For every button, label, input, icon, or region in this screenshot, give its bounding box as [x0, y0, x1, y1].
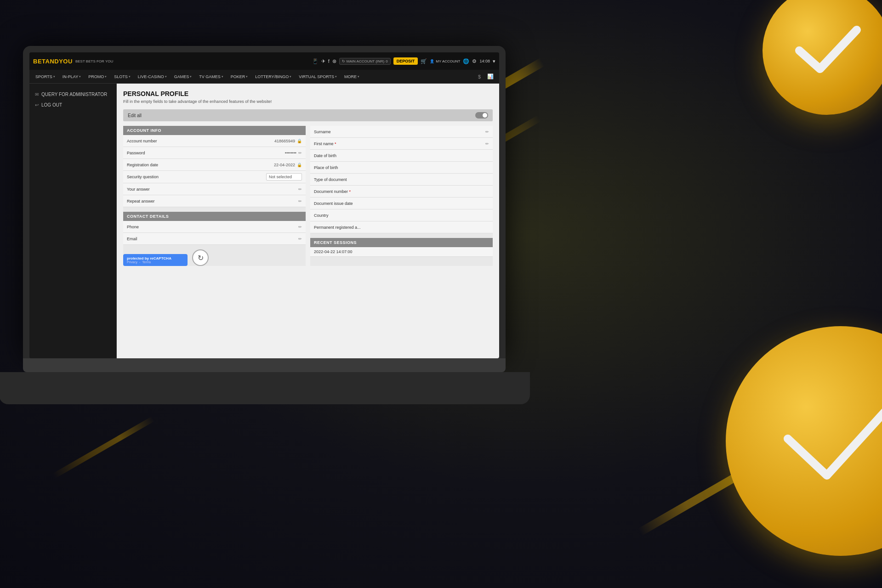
- doc-number-label: Document number *: [314, 189, 351, 194]
- nav-promo-label: PROMO: [88, 74, 104, 79]
- phone-label: Phone: [127, 225, 139, 229]
- sidebar: ✉ QUERY FOR ADMINISTRATOR ↩ LOG OUT: [29, 84, 117, 358]
- tv-games-chevron: ▾: [222, 75, 223, 79]
- security-question-select[interactable]: Not selected: [266, 173, 302, 181]
- first-name-field: First name * ✏: [310, 138, 493, 150]
- nav-inplay[interactable]: IN-PLAY ▾: [59, 73, 84, 81]
- session-row: 2022-04-22 14:07:00: [310, 247, 493, 257]
- nav-live-casino[interactable]: LIVE-CASINO ▾: [135, 73, 170, 81]
- surname-edit-icon[interactable]: ✏: [485, 130, 489, 134]
- permanent-address-label: Permanent registered a...: [314, 225, 361, 230]
- reg-date-text: 22-04-2022: [274, 163, 295, 167]
- password-edit-icon[interactable]: ✏: [298, 151, 302, 155]
- main-content: PERSONAL PROFILE Fill in the empty field…: [117, 84, 499, 358]
- settings-icon: ⚙: [472, 58, 477, 64]
- contact-details-header: CONTACT DETAILS: [123, 212, 306, 221]
- deposit-button[interactable]: DEPOSIT: [393, 57, 418, 65]
- sidebar-logout-label: LOG OUT: [41, 102, 62, 107]
- your-answer-value: ✏: [298, 187, 302, 192]
- laptop-screen-border: BETANDYOU BEST BETS FOR YOU 📱 ✈ f ⊛ ↻ MA…: [23, 46, 506, 358]
- session-datetime: 2022-04-22 14:07:00: [314, 249, 353, 254]
- reg-date-value: 22-04-2022 🔒: [274, 163, 302, 167]
- nav-slots[interactable]: SLOTS ▾: [111, 73, 134, 81]
- sidebar-item-logout[interactable]: ↩ LOG OUT: [29, 100, 116, 110]
- chevron-down-icon: ▾: [493, 58, 495, 64]
- nav-promo[interactable]: PROMO ▾: [85, 73, 110, 81]
- sidebar-item-query[interactable]: ✉ QUERY FOR ADMINISTRATOR: [29, 89, 116, 100]
- checkmark-badge-bottom: [726, 326, 882, 565]
- logo-area: BETANDYOU BEST BETS FOR YOU: [33, 58, 113, 65]
- time-display: 14:08: [479, 59, 490, 63]
- nav-lottery-label: LOTTERY/BINGO: [255, 74, 289, 79]
- refresh-icon: ↻: [342, 59, 345, 63]
- nav-games[interactable]: GAMES ▾: [171, 73, 195, 81]
- email-field: Email ✏: [123, 233, 306, 245]
- virtual-chevron: ▾: [335, 75, 337, 79]
- nav-lottery[interactable]: LOTTERY/BINGO ▾: [252, 73, 295, 81]
- account-number-value: 418665949 🔒: [274, 139, 302, 143]
- email-label: Email: [127, 237, 137, 241]
- account-number-label: Account number: [127, 139, 157, 143]
- logout-icon: ↩: [35, 102, 39, 107]
- my-account-button[interactable]: 👤 MY ACCOUNT: [430, 59, 460, 63]
- password-label: Password: [127, 151, 145, 155]
- reg-date-label: Registration date: [127, 163, 158, 167]
- nav-games-label: GAMES: [174, 74, 189, 79]
- account-info-section: ACCOUNT INFO Account number 418665949 🔒 …: [123, 126, 306, 266]
- recaptcha-terms[interactable]: Terms: [142, 260, 151, 264]
- pob-field: Place of birth: [310, 162, 493, 174]
- dob-field: Date of birth: [310, 150, 493, 162]
- recaptcha-text: protected by reCAPTCHA: [127, 256, 184, 260]
- vk-icon: ⊛: [332, 58, 336, 64]
- main-account-balance: 0: [386, 59, 387, 63]
- email-edit-icon[interactable]: ✏: [298, 237, 302, 241]
- laptop-screen: BETANDYOU BEST BETS FOR YOU 📱 ✈ f ⊛ ↻ MA…: [29, 52, 499, 358]
- nav-virtual[interactable]: VIRTUAL SPORTS ▾: [296, 73, 340, 81]
- nav-tv-games[interactable]: TV GAMES ▾: [196, 73, 227, 81]
- recent-sessions-header: RECENT SESSIONS: [310, 238, 493, 247]
- nav-live-casino-label: LIVE-CASINO: [138, 74, 164, 79]
- slots-chevron: ▾: [129, 75, 131, 79]
- account-info-header: ACCOUNT INFO: [123, 126, 306, 135]
- more-chevron: ▾: [358, 75, 359, 79]
- security-question-field: Security question Not selected: [123, 171, 306, 183]
- nav-sports[interactable]: SPORTS ▾: [32, 73, 58, 81]
- permanent-address-field: Permanent registered a...: [310, 221, 493, 233]
- edit-all-label: Edit all: [128, 113, 142, 118]
- nav-more-label: MORE: [344, 74, 357, 79]
- doc-number-required: *: [349, 189, 351, 194]
- header-icons: 📱 ✈ f ⊛ ↻ MAIN ACCOUNT (INR) 0 DEPOSIT 🛒…: [312, 57, 495, 65]
- nav-poker[interactable]: POKER ▾: [228, 73, 251, 81]
- sidebar-query-label: QUERY FOR ADMINISTRATOR: [41, 92, 107, 97]
- phone-value: ✏: [298, 225, 302, 229]
- edit-all-toggle[interactable]: [475, 112, 488, 119]
- first-name-edit-icon[interactable]: ✏: [485, 141, 489, 146]
- your-answer-edit-icon[interactable]: ✏: [298, 187, 302, 192]
- poker-chevron: ▾: [246, 75, 248, 79]
- your-answer-field: Your answer ✏: [123, 183, 306, 195]
- content-layout: ✉ QUERY FOR ADMINISTRATOR ↩ LOG OUT PERS…: [29, 84, 499, 358]
- reg-date-field: Registration date 22-04-2022 🔒: [123, 159, 306, 171]
- logo-tagline: BEST BETS FOR YOU: [75, 59, 113, 63]
- sports-chevron: ▾: [53, 75, 55, 79]
- recaptcha-privacy[interactable]: Privacy: [127, 260, 137, 264]
- phone-edit-icon[interactable]: ✏: [298, 225, 302, 229]
- doc-type-field: Type of document: [310, 174, 493, 186]
- account-number-text: 418665949: [274, 139, 295, 143]
- nav-sports-label: SPORTS: [35, 74, 52, 79]
- cart-icon: 🛒: [421, 58, 427, 64]
- edit-all-row: Edit all: [123, 109, 493, 121]
- security-question-label: Security question: [127, 175, 159, 179]
- country-field: Country: [310, 209, 493, 221]
- nav-poker-label: POKER: [231, 74, 245, 79]
- country-label: Country: [314, 213, 329, 218]
- phone-field: Phone ✏: [123, 221, 306, 233]
- main-account-badge: ↻ MAIN ACCOUNT (INR) 0: [339, 58, 391, 65]
- nav-inplay-label: IN-PLAY: [63, 74, 78, 79]
- profile-two-col: ACCOUNT INFO Account number 418665949 🔒 …: [123, 126, 493, 266]
- nav-more[interactable]: MORE ▾: [341, 73, 363, 81]
- recaptcha-badge: protected by reCAPTCHA Privacy - Terms: [123, 254, 188, 266]
- recaptcha-separator: -: [139, 260, 140, 264]
- repeat-answer-edit-icon[interactable]: ✏: [298, 199, 302, 204]
- your-answer-label: Your answer: [127, 187, 150, 192]
